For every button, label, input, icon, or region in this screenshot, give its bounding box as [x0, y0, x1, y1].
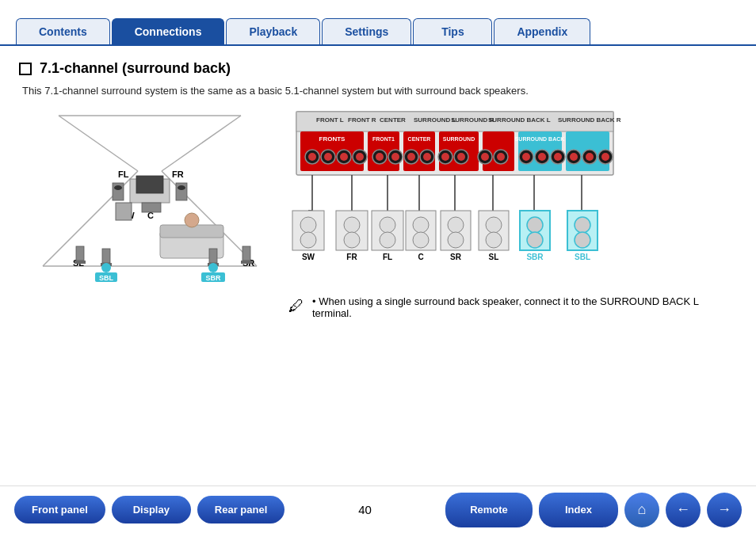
tab-tips[interactable]: Tips [413, 18, 492, 44]
tab-playback[interactable]: Playback [226, 18, 320, 44]
connections-svg: FRONT L FRONT R CENTER SURROUND L SURROU… [288, 108, 621, 282]
svg-point-94 [601, 153, 609, 161]
svg-point-72 [407, 153, 415, 161]
svg-point-66 [356, 153, 364, 161]
svg-rect-25 [242, 246, 250, 261]
front-panel-button[interactable]: Front panel [14, 496, 105, 523]
svg-point-133 [575, 217, 590, 233]
svg-text:SBL: SBL [99, 274, 114, 282]
home-button[interactable]: ⌂ [624, 493, 659, 527]
svg-point-80 [481, 153, 489, 161]
svg-point-128 [527, 217, 543, 233]
svg-text:CENTER: CENTER [408, 136, 431, 142]
svg-line-1 [162, 116, 241, 171]
bottom-right-buttons: Remote Index ⌂ ← → [445, 493, 742, 527]
svg-point-29 [101, 263, 111, 272]
nav-tabs: Contents Connections Playback Settings T… [0, 0, 756, 46]
svg-point-114 [413, 232, 429, 248]
back-arrow-icon: ← [676, 501, 690, 518]
svg-point-123 [486, 217, 502, 233]
svg-text:FRONT L: FRONT L [316, 116, 344, 124]
svg-point-82 [497, 153, 505, 161]
rear-panel-button[interactable]: Rear panel [197, 496, 284, 523]
svg-point-92 [586, 153, 594, 161]
svg-text:FRONTS: FRONTS [319, 135, 346, 143]
svg-text:SBR: SBR [205, 274, 221, 282]
svg-point-64 [340, 153, 348, 161]
svg-point-20 [185, 213, 199, 227]
room-diagram: FL FR SW C [19, 108, 281, 282]
svg-point-108 [380, 217, 395, 233]
svg-point-86 [538, 153, 546, 161]
svg-text:SR: SR [450, 253, 462, 261]
svg-text:FRONT R: FRONT R [348, 116, 376, 124]
svg-text:CENTER: CENTER [380, 116, 406, 124]
svg-text:SURROUND: SURROUND [443, 136, 475, 142]
svg-point-78 [457, 153, 465, 161]
svg-point-70 [391, 153, 399, 161]
room-svg: FL FR SW C [19, 108, 281, 282]
svg-text:SURROUND L: SURROUND L [414, 116, 456, 124]
svg-point-98 [300, 217, 316, 233]
svg-rect-13 [178, 185, 185, 190]
forward-arrow-icon: → [717, 501, 731, 518]
svg-rect-22 [76, 246, 84, 261]
svg-point-129 [527, 232, 543, 248]
svg-text:SL: SL [489, 253, 499, 261]
forward-button[interactable]: → [707, 493, 742, 527]
svg-text:SURROUND BACK: SURROUND BACK [515, 136, 565, 142]
section-heading: 7.1-channel (surround back) [40, 60, 231, 77]
svg-rect-27 [102, 249, 110, 263]
svg-point-109 [380, 232, 395, 248]
svg-text:SURROUND BACK L: SURROUND BACK L [488, 116, 551, 124]
note-icon: 🖊 [288, 297, 304, 315]
svg-text:C: C [418, 253, 423, 261]
svg-rect-33 [209, 249, 217, 263]
svg-point-134 [575, 232, 590, 248]
svg-rect-17 [142, 203, 161, 212]
page-number: 40 [349, 503, 381, 516]
bottom-bar: Front panel Display Rear panel 40 Remote… [0, 485, 756, 533]
note-content: • When using a single surround back spea… [312, 295, 737, 319]
svg-point-99 [300, 232, 316, 248]
svg-text:SBL: SBL [575, 253, 590, 261]
svg-rect-11 [114, 185, 122, 190]
bottom-left-buttons: Front panel Display Rear panel [14, 496, 284, 523]
svg-text:SW: SW [302, 253, 315, 261]
svg-point-74 [423, 153, 431, 161]
section-title: 7.1-channel (surround back) [19, 60, 737, 77]
svg-text:FRONT1: FRONT1 [372, 136, 395, 142]
svg-text:SBR: SBR [526, 253, 544, 261]
svg-point-119 [448, 232, 464, 248]
svg-text:SURROUND BACK R: SURROUND BACK R [558, 116, 621, 124]
note-section: 🖊 • When using a single surround back sp… [288, 295, 737, 319]
remote-button[interactable]: Remote [445, 493, 533, 527]
svg-point-90 [570, 153, 578, 161]
svg-point-104 [344, 232, 360, 248]
svg-point-88 [554, 153, 562, 161]
svg-point-68 [376, 153, 384, 161]
tab-contents[interactable]: Contents [16, 18, 110, 44]
svg-point-76 [441, 153, 449, 161]
note-bullet: • [312, 295, 319, 307]
note-text: When using a single surround back speake… [312, 295, 698, 319]
svg-text:FR: FR [172, 169, 184, 179]
tab-connections[interactable]: Connections [112, 18, 225, 44]
svg-point-124 [486, 232, 502, 248]
display-button[interactable]: Display [112, 496, 191, 523]
svg-point-62 [324, 153, 332, 161]
checkbox-icon [19, 63, 32, 75]
tab-appendix[interactable]: Appendix [494, 18, 590, 44]
back-button[interactable]: ← [666, 493, 701, 527]
home-icon: ⌂ [638, 501, 647, 518]
index-button[interactable]: Index [539, 493, 618, 527]
svg-point-103 [344, 217, 360, 233]
svg-point-113 [413, 217, 429, 233]
svg-rect-26 [241, 261, 252, 264]
svg-text:FL: FL [383, 253, 392, 261]
tab-settings[interactable]: Settings [322, 18, 411, 44]
svg-point-84 [522, 153, 530, 161]
svg-text:FL: FL [118, 169, 129, 179]
diagram-area: FL FR SW C [19, 108, 737, 319]
svg-point-35 [208, 263, 218, 272]
